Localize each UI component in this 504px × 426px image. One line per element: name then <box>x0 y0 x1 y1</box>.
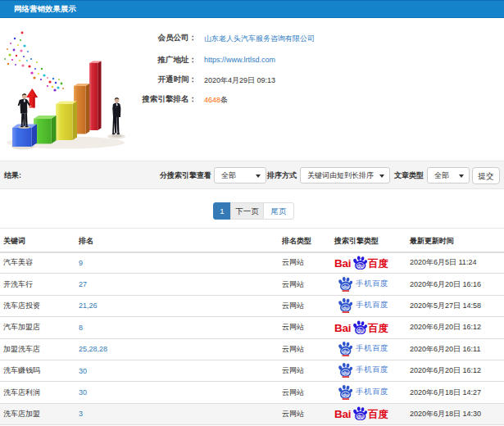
svg-text:百度: 百度 <box>367 258 388 270</box>
svg-text:du: du <box>343 305 349 310</box>
svg-text:du: du <box>343 348 349 354</box>
svg-text:du: du <box>357 327 364 333</box>
svg-text:du: du <box>357 263 364 269</box>
svg-text:du: du <box>343 369 349 375</box>
svg-text:百度: 百度 <box>367 409 388 420</box>
svg-text:du: du <box>343 283 349 288</box>
svg-text:Bai: Bai <box>334 256 351 269</box>
svg-text:Bai: Bai <box>334 408 351 420</box>
svg-text:百度: 百度 <box>367 323 388 334</box>
svg-text:Bai: Bai <box>334 321 351 333</box>
svg-text:du: du <box>343 391 349 397</box>
svg-text:du: du <box>357 414 364 419</box>
